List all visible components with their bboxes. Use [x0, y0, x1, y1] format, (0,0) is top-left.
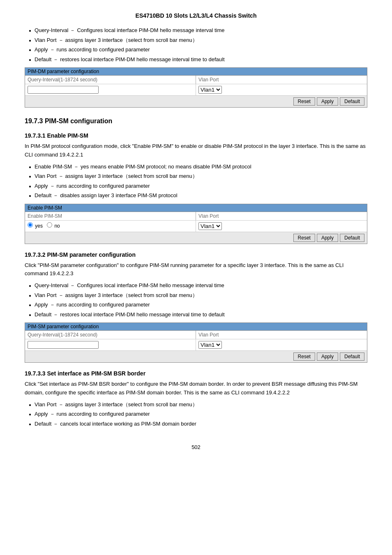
bullet-apply-3: Apply － runs according to configured par… — [29, 301, 367, 309]
bullet-desc: Configures local interface PIM-DM hello … — [77, 26, 224, 35]
section-1932-heading: 19.7.3.2 PIM-SM parameter configuration — [25, 251, 367, 258]
pim-dm-col2-header: Vlan Port — [196, 76, 367, 84]
bullet-desc: runs according to configured parameter — [57, 182, 150, 190]
pim-dm-bullet-list: Query-Interval － Configures local interf… — [29, 26, 367, 63]
bullet-label: Vlan Port — [35, 36, 56, 44]
section-1932-paragraph: Click "PIM-SM parameter configuration" t… — [25, 261, 367, 279]
radio-yes-input[interactable] — [28, 222, 33, 228]
section-1933-heading: 19.7.3.3 Set interface as PIM-SM BSR bor… — [25, 370, 367, 377]
bullet-default-4: Default － cancels local interface workin… — [29, 420, 367, 428]
pim-dm-config-title: PIM-DM parameter configuration — [25, 68, 367, 76]
enable-pim-sm-select-cell: Vlan1 — [196, 221, 367, 232]
pim-dm-apply-button[interactable]: Apply — [317, 97, 338, 106]
bullet-label: Query-Interval — [35, 281, 68, 290]
pim-sm-param-select-cell: Vlan1 — [196, 339, 367, 350]
bullet-label: Apply — [35, 301, 48, 309]
section-1933-paragraph: Click "Set interface as PIM-SM BSR borde… — [25, 380, 367, 397]
bullet-desc: assigns layer 3 interface（select from sc… — [65, 291, 198, 299]
pim-sm-query-interval-input[interactable] — [28, 341, 99, 349]
pim-dm-config-box: PIM-DM parameter configuration Query-Int… — [25, 67, 367, 108]
enable-pim-sm-col1-header: Enable PIM-SM — [25, 212, 196, 220]
pim-dm-select-cell: Vlan1 — [196, 84, 367, 95]
page-header: ES4710BD 10 Slots L2/L3/L4 Chassis Switc… — [25, 12, 367, 19]
pim-sm-param-header-row: Query-Interval(1-18724 second) Vlan Port — [25, 331, 367, 339]
pim-dm-vlan-select[interactable]: Vlan1 — [198, 86, 222, 94]
pim-sm-param-col2-header: Vlan Port — [196, 331, 367, 339]
bullet-default-2: Default － disables assign layer 3 interf… — [29, 191, 367, 200]
radio-no-label[interactable]: no — [47, 222, 60, 229]
pim-dm-button-row: Reset Apply Default — [25, 95, 367, 107]
enable-pim-sm-apply-button[interactable]: Apply — [317, 234, 338, 242]
bullet-label: Vlan Port — [35, 401, 56, 409]
enable-pim-sm-radio-row: yes no Vlan1 — [25, 220, 367, 232]
bullet-label: Default — [35, 55, 51, 64]
bullet-vlan-port-4: Vlan Port － assigns layer 3 interface（se… — [29, 401, 367, 409]
bullet-desc: cancels local interface working as PIM-S… — [60, 420, 196, 428]
enable-pim-sm-vlan-select[interactable]: Vlan1 — [198, 222, 222, 230]
pim-dm-input-cell — [25, 84, 196, 95]
enable-pim-sm-button-row: Reset Apply Default — [25, 232, 367, 244]
bullet-default: Default － restores local interface PIM-D… — [29, 55, 367, 64]
bullet-label: Apply — [35, 182, 48, 190]
bullet-desc: runs according to configured parameter — [57, 46, 150, 54]
bullet-query-interval-2: Query-Interval － Configures local interf… — [29, 281, 367, 290]
pim-sm-param-vlan-select[interactable]: Vlan1 — [198, 341, 222, 349]
bullet-label: Query-Interval — [35, 26, 68, 35]
bullet-query-interval: Query-Interval － Configures local interf… — [29, 26, 367, 35]
bullet-label: Default — [35, 311, 51, 319]
enable-pim-sm-col2-header: Vlan Port — [196, 212, 367, 220]
bullet-vlan-port: Vlan Port － assigns layer 3 interface（se… — [29, 36, 367, 44]
bullet-apply-2: Apply － runs according to configured par… — [29, 182, 367, 190]
bullet-vlan-port-3: Vlan Port － assigns layer 3 interface（se… — [29, 291, 367, 299]
section-1931-heading: 19.7.3.1 Enable PIM-SM — [25, 132, 367, 139]
enable-pim-sm-bullet-list: Enable PIM-SM － yes means enable PIM-SM … — [29, 163, 367, 200]
pim-sm-param-reset-button[interactable]: Reset — [293, 352, 315, 361]
bullet-label: Apply — [35, 410, 48, 418]
header-title: ES4710BD 10 Slots L2/L3/L4 Chassis Switc… — [136, 12, 257, 19]
section-1931-paragraph: In PIM-SM protocol configuration mode, c… — [25, 142, 367, 159]
enable-pim-sm-reset-button[interactable]: Reset — [293, 234, 315, 242]
bullet-vlan-port-2: Vlan Port － assigns layer 3 interface（se… — [29, 172, 367, 180]
pim-dm-header-row: Query-Interval(1-18724 second) Vlan Port — [25, 76, 367, 84]
pim-dm-reset-button[interactable]: Reset — [293, 97, 315, 106]
pim-dm-default-button[interactable]: Default — [340, 97, 364, 106]
bullet-enable-pim-sm: Enable PIM-SM － yes means enable PIM-SM … — [29, 163, 367, 171]
bullet-label: Default — [35, 191, 51, 200]
bullet-apply-4: Apply － runs according to configured par… — [29, 410, 367, 418]
bullet-desc: assigns layer 3 interface（select from sc… — [65, 172, 198, 180]
enable-pim-sm-radio-cell: yes no — [25, 221, 196, 232]
pim-sm-param-col1-header: Query-Interval(1-18724 second) — [25, 331, 196, 339]
pim-sm-param-config-box: PIM-SM parameter configuration Query-Int… — [25, 322, 367, 363]
bullet-desc: assigns layer 3 interface（select from sc… — [65, 36, 198, 44]
enable-pim-sm-config-box: Enable PIM-SM Enable PIM-SM Vlan Port ye… — [25, 204, 367, 244]
pim-sm-param-apply-button[interactable]: Apply — [317, 352, 338, 361]
bullet-desc: restores local interface PIM-DM hello me… — [60, 311, 224, 319]
pim-dm-col1-header: Query-Interval(1-18724 second) — [25, 76, 196, 84]
bullet-default-3: Default － restores local interface PIM-D… — [29, 311, 367, 319]
pim-dm-query-interval-input[interactable] — [28, 86, 99, 94]
pim-sm-param-button-row: Reset Apply Default — [25, 350, 367, 362]
pim-sm-param-config-title: PIM-SM parameter configuration — [25, 323, 367, 331]
pim-sm-param-input-cell — [25, 339, 196, 350]
pim-sm-param-default-button[interactable]: Default — [340, 352, 364, 361]
bsr-border-bullet-list: Vlan Port － assigns layer 3 interface（se… — [29, 401, 367, 428]
bullet-label: Default — [35, 420, 51, 428]
enable-pim-sm-config-title: Enable PIM-SM — [25, 204, 367, 212]
radio-yes-label[interactable]: yes — [28, 222, 43, 229]
page-number: 502 — [25, 444, 367, 450]
bullet-desc: runs according to configured parameter — [57, 410, 150, 418]
bullet-desc: assigns layer 3 interface（select from sc… — [65, 401, 198, 409]
enable-pim-sm-radio-group: yes no — [28, 222, 193, 229]
bullet-label: Apply — [35, 46, 48, 54]
bullet-label: Enable PIM-SM — [35, 163, 72, 171]
enable-pim-sm-header-row: Enable PIM-SM Vlan Port — [25, 212, 367, 220]
radio-no-input[interactable] — [47, 222, 52, 228]
pim-sm-param-input-row: Vlan1 — [25, 339, 367, 350]
bullet-desc: Configures local interface PIM-SM hello … — [77, 281, 224, 290]
bullet-label: Vlan Port — [35, 172, 56, 180]
bullet-desc: runs according to configured parameter — [57, 301, 150, 309]
pim-sm-param-bullet-list: Query-Interval － Configures local interf… — [29, 281, 367, 318]
bullet-desc: disables assign layer 3 interface PIM-SM… — [60, 191, 177, 200]
bullet-desc: restores local interface PIM-DM hello me… — [60, 55, 224, 64]
enable-pim-sm-default-button[interactable]: Default — [340, 234, 364, 242]
